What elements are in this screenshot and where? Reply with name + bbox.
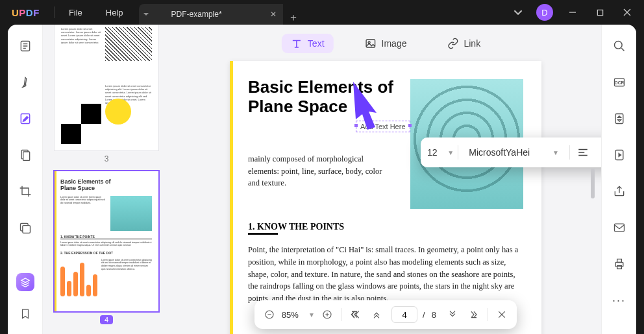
thumb4-title-b: Plane Space [60,185,152,192]
app-logo: UPDF [0,7,51,18]
svg-rect-16 [614,224,624,232]
redact-tool-icon[interactable] [14,217,36,239]
tab-menu-icon[interactable] [139,4,153,25]
image-tool-label: Image [382,38,407,49]
ocr-icon[interactable]: OCR [608,71,630,93]
crop-tool-icon[interactable] [14,180,36,202]
right-toolbar: OCR ··· [601,25,636,334]
layers-button[interactable] [16,273,34,291]
link-tool-label: Link [464,38,480,49]
menu-file[interactable]: File [57,0,94,25]
page-navigator: 85% ▼ / 8 [254,300,517,329]
svg-point-11 [614,42,622,49]
text-tool[interactable]: Text [282,34,334,53]
thumb4-sec1: 1. KNOW THE POINTS [60,235,152,239]
svg-rect-14 [615,114,623,124]
titlebar: UPDF File Help PDF-example* ✕ ＋ D [0,0,644,25]
thumb-label-4: 4 [55,311,158,332]
user-avatar[interactable]: D [536,4,553,21]
svg-rect-18 [617,259,621,263]
page-para-intro: mainly composed of morphological element… [248,153,391,189]
svg-text:OCR: OCR [614,80,624,85]
email-icon[interactable] [608,217,630,239]
thumbnails-panel: Lorem ipsum dolor sit amet consectetur. … [43,25,170,334]
image-tool[interactable]: Image [356,34,416,53]
font-size-select[interactable]: 12 ▼ [427,147,454,158]
document-page[interactable]: Basic Elements ofPlane Space Add Text He… [230,61,541,334]
page-sep: / [423,310,425,320]
font-family-value: MicrosoftYaHei [469,147,530,158]
organize-tool-icon[interactable] [14,144,36,166]
page-number-input[interactable] [391,306,417,323]
zoom-out-button[interactable] [260,305,279,324]
share-icon[interactable] [608,180,630,202]
bold-button[interactable]: B [596,147,601,158]
page-total: 8 [432,310,436,320]
svg-rect-4 [23,152,29,160]
more-icon[interactable]: ··· [608,289,630,311]
zoom-select[interactable]: 85% ▼ [282,310,315,320]
annotate-tool-icon[interactable] [14,71,36,93]
zoom-in-button[interactable] [317,305,337,324]
search-icon[interactable] [608,35,630,57]
chevron-down-icon[interactable] [506,8,530,17]
print-icon[interactable] [608,253,630,275]
first-page-button[interactable] [345,305,365,324]
font-family-select[interactable]: MicrosoftYaHei▼ [462,147,565,158]
next-page-button[interactable] [443,305,462,324]
menu-help[interactable]: Help [94,0,135,25]
document-canvas: Text Image Link Basic Elements ofPlane S… [170,25,601,334]
add-tab-button[interactable]: ＋ [283,11,304,25]
page-para-2: Point, the interpretation of "Ci Hai" is… [248,244,523,305]
prev-page-button[interactable] [367,305,386,324]
font-size-value: 12 [427,147,438,158]
page-title-b: Plane Space [248,97,347,116]
add-text-placeholder[interactable]: Add Text Here [356,121,410,132]
edit-mode-tools: Text Image Link [282,34,489,53]
zoom-value: 85% [282,310,299,320]
last-page-button[interactable] [465,305,484,324]
close-window-button[interactable] [614,3,640,22]
svg-rect-7 [366,40,375,47]
svg-rect-6 [22,226,30,233]
text-tool-label: Text [308,38,325,49]
text-format-toolbar: 12 ▼ MicrosoftYaHei▼ B I [421,137,601,167]
close-tab-icon[interactable]: ✕ [270,10,277,19]
tab-title: PDF-example* [171,10,222,19]
section-heading-1: 1. KNOW THE POINTS [248,222,523,235]
document-tab[interactable]: PDF-example* ✕ [153,4,283,25]
align-icon[interactable] [574,147,592,158]
maximize-button[interactable] [587,3,613,22]
edit-tool-icon[interactable] [14,108,36,130]
thumbnail-page-3[interactable]: Lorem ipsum dolor sit amet consectetur. … [55,25,158,150]
convert-icon[interactable] [608,144,630,166]
close-pager-button[interactable] [492,305,512,324]
bookmark-icon[interactable] [14,303,36,325]
link-tool[interactable]: Link [438,34,489,53]
left-toolbar [8,25,43,334]
reader-tool-icon[interactable] [14,35,36,57]
tab-strip: PDF-example* ✕ ＋ [139,0,304,25]
svg-rect-19 [617,266,621,269]
svg-rect-0 [597,10,602,15]
page-title-a: Basic Elements of [248,77,393,97]
thumbnail-page-4[interactable]: Basic Elements of Plane Space Lorem ipsu… [55,171,158,311]
scrollbar-thumb[interactable] [591,169,595,198]
thumb4-sec2: 2. THE EXPRESSION OF THE DOT [60,251,152,255]
minimize-button[interactable] [560,3,586,22]
thumb-label-3: 3 [55,150,158,171]
compress-icon[interactable] [608,108,630,130]
